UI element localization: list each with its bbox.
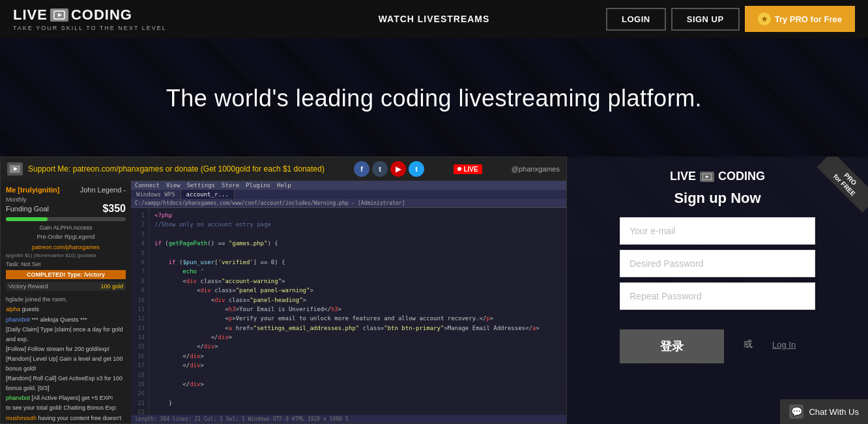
tag1: Gain ALPHA Access <box>6 224 126 233</box>
toolbar-item[interactable]: Connect <box>135 182 160 189</box>
chat-line: phanxbot *** aleksja Quests *** <box>6 315 126 324</box>
repeat-password-input[interactable] <box>620 282 815 310</box>
signup-logo-icon <box>700 172 714 182</box>
chat-bubble-icon: 💬 <box>789 404 803 419</box>
stream-content: Me [trulyignitin] John Legend - Monthly … <box>1 181 566 423</box>
social-icons: f t ▶ t <box>354 161 424 177</box>
toolbar-item[interactable]: View <box>166 182 181 189</box>
twitter-icon[interactable]: t <box>409 161 424 177</box>
header: LIVE CODING TAKE YOUR SKILL TO THE NEXT … <box>0 0 868 38</box>
chat-line: [Follow] Follow stream for 200 gold/exp! <box>6 344 126 354</box>
code-tab[interactable]: Windows WPS <box>131 190 181 199</box>
toolbar-item[interactable]: Plugins <box>246 182 270 189</box>
chat-line: [Daily Claim] Type |claim| once a day fo… <box>6 325 126 344</box>
chat-line: alpha guests <box>6 305 126 314</box>
stream-handle: @phanxgames <box>512 165 560 173</box>
stream-partner: John Legend - <box>80 186 126 194</box>
signup-or-text: 或 <box>744 339 753 350</box>
stream-topbar-left: Support Me: patreon.com/phanxgames or do… <box>7 162 325 175</box>
funding-label: Monthly <box>6 196 126 203</box>
toolbar-item[interactable]: Help <box>277 182 291 189</box>
live-dot <box>457 167 461 171</box>
nav-watch-livestreams[interactable]: WATCH LIVESTREAMS <box>379 14 490 24</box>
logo-area: LIVE CODING TAKE YOUR SKILL TO THE NEXT … <box>13 7 167 31</box>
toolbar-item[interactable]: Settings <box>187 182 215 189</box>
code-tab-active[interactable]: account_r... <box>181 190 235 199</box>
task-label: Task: Not Set <box>6 261 126 267</box>
chat-widget[interactable]: 💬 Chat With Us <box>780 399 868 424</box>
funding-amount: $350 <box>102 203 126 215</box>
funding-goal-row: Funding Goal $350 <box>6 203 126 215</box>
pro-ribbon: PRO for FREE <box>809 157 868 215</box>
chat-line: phanxbot [All Active Players] get +5 EXP… <box>6 393 126 402</box>
funding-bar-fill <box>6 217 48 221</box>
live-badge: LIVE <box>454 164 482 174</box>
victory-label: Victory Reward <box>8 283 48 290</box>
pro-button[interactable]: ★ Try PRO for Free <box>745 6 855 32</box>
header-right: LOGIN SIGN UP ★ Try PRO for Free <box>606 6 855 32</box>
chat-line: to see your total gold! Chatting Bonus E… <box>6 403 126 412</box>
patreon-link[interactable]: patreon.com/phanxgames <box>6 244 126 250</box>
pro-coin-icon: ★ <box>758 12 771 25</box>
signup-logo-coding: CODING <box>718 170 765 183</box>
code-lines: <?php //Show only on account entry page … <box>149 208 566 415</box>
line-numbers: 123456789101112131415161718192021222324 <box>131 208 149 415</box>
logo-tagline: TAKE YOUR SKILL TO THE NEXT LEVEL <box>13 25 167 31</box>
chat-line: mushmouth having your content free doesn… <box>6 414 126 423</box>
stream-panel: Support Me: patreon.com/phanxgames or do… <box>0 157 567 424</box>
victory-gold: 100 gold <box>100 283 123 290</box>
chat-entries: hglade joined the room. alpha guests pha… <box>6 295 126 423</box>
code-editor-area: Connect View Settings Store Plugins Help… <box>131 181 566 423</box>
logo-main: LIVE CODING <box>13 7 167 23</box>
code-path: C:/xampp/htdocs/phanxgames.com/www/conf/… <box>131 199 566 208</box>
youtube-icon[interactable]: ▶ <box>390 161 406 177</box>
stream-tags: Gain ALPHA Access Pre-Order RpgLegend <box>6 224 126 241</box>
statusbar-info: length: 384 lines: 21 Col: 1 Sel: 1 Wind… <box>135 416 349 422</box>
logo-live: LIVE <box>13 7 48 23</box>
facebook-icon[interactable]: f <box>354 161 369 177</box>
toolbar-item[interactable]: Store <box>222 182 239 189</box>
hero-text: The world's leading coding livestreaming… <box>0 85 868 112</box>
signup-logo-live: LIVE <box>670 170 696 183</box>
chat-line: [Random] Level Up] Gain a level and get … <box>6 354 126 373</box>
tumblr-icon[interactable]: t <box>372 161 388 177</box>
email-input[interactable] <box>620 217 815 245</box>
support-text: Support Me: patreon.com/phanxgames or do… <box>28 164 325 174</box>
pro-ribbon-text: PRO for FREE <box>817 157 868 213</box>
code-body: 123456789101112131415161718192021222324 … <box>131 208 566 415</box>
logo-coding: CODING <box>71 7 132 23</box>
code-editor: Connect View Settings Store Plugins Help… <box>131 181 566 423</box>
logo-icon <box>50 8 68 22</box>
code-toolbar: Connect View Settings Store Plugins Help <box>131 181 566 190</box>
password-input[interactable] <box>620 250 815 277</box>
funding-goal-text: Funding Goal <box>6 205 49 213</box>
login-link[interactable]: Log In <box>772 340 796 350</box>
stream-username: Me [trulyignitin] <box>6 186 60 194</box>
victory-row: Victory Reward 100 gold <box>6 282 126 291</box>
signup-submit-button[interactable]: 登录 <box>620 329 724 363</box>
tag2: Pre-Order RpgLegend <box>6 233 126 242</box>
stream-topbar: Support Me: patreon.com/phanxgames or do… <box>1 157 566 181</box>
subscribers: lyignitin $1) (itsmemarioo $10) (pudotta <box>6 252 126 258</box>
chat-widget-label: Chat With Us <box>809 407 859 417</box>
stream-icon <box>7 162 23 175</box>
funding-bar-background <box>6 217 126 221</box>
content-area: Support Me: patreon.com/phanxgames or do… <box>0 157 868 424</box>
stream-user-info: Me [trulyignitin] John Legend - <box>6 186 126 194</box>
pro-label: Try PRO for Free <box>775 14 842 24</box>
signup-button[interactable]: SIGN UP <box>671 8 740 31</box>
stream-left-sidebar: Me [trulyignitin] John Legend - Monthly … <box>1 181 131 423</box>
signup-logo: LIVE CODING <box>670 170 765 183</box>
signup-panel: PRO for FREE LIVE CODING Sign up Now 登录 … <box>567 157 868 424</box>
live-text: LIVE <box>463 166 478 173</box>
chat-line: [Random] Roll Call] Get ActiveExp x3 for… <box>6 374 126 393</box>
completed-bar: COMPLETED! Type: /victory <box>6 270 126 279</box>
signup-footer: 登录 或 Log In <box>620 326 815 363</box>
chat-line: hglade joined the room. <box>6 295 126 304</box>
code-statusbar: length: 384 lines: 21 Col: 1 Sel: 1 Wind… <box>131 415 566 423</box>
signup-title: Sign up Now <box>674 190 760 207</box>
login-button[interactable]: LOGIN <box>606 8 666 31</box>
code-tabs: Windows WPS account_r... <box>131 190 566 199</box>
